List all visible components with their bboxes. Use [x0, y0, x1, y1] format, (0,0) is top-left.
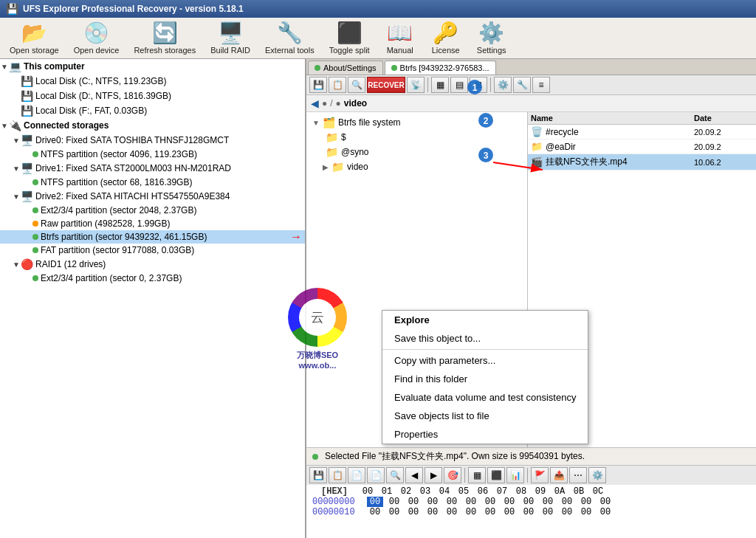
tree-item-local-c[interactable]: 💾 Local Disk (C:, NTFS, 119.23GB)	[0, 74, 305, 89]
hex-export[interactable]: 📤	[550, 467, 568, 483]
hex-byte-00000010-10[interactable]: 00	[559, 507, 575, 517]
hex-byte-00000010-2[interactable]: 00	[405, 507, 422, 517]
tree-item-drive0-ntfs[interactable]: NTFS partition (sector 4096, 119.23GB)	[0, 148, 305, 161]
more-btn[interactable]: ≡	[532, 77, 550, 93]
flist-row-eadir[interactable]: 📁 @eaDir 20.09.2	[528, 139, 756, 154]
toolbar-btn-build-raid[interactable]: 🖥️ Build RAID	[204, 21, 257, 58]
tree-item-raid1-ext[interactable]: Ext2/3/4 partition (sector 0, 2.37GB)	[0, 272, 305, 285]
hex-paste[interactable]: 📄	[348, 467, 365, 483]
tree-item-drive1[interactable]: ▼ 🖥️ Drive1: Fixed SATA ST2000LM003 HN-M…	[0, 161, 305, 176]
copy-btn[interactable]: 📋	[329, 77, 346, 93]
tree-item-local-f[interactable]: 💾 Local Disk (F:, FAT, 0.03GB)	[0, 103, 305, 118]
tree-item-drive2-ext[interactable]: Ext2/3/4 partition (sector 2048, 2.37GB)	[0, 204, 305, 217]
toolbar-btn-open-storage[interactable]: 📂 Open storage	[3, 21, 66, 58]
ctx-item-save-list[interactable]: Save objects list to file	[382, 407, 588, 425]
ctx-item-properties[interactable]: Properties	[382, 425, 588, 444]
tree-item-drive2[interactable]: ▼ 🖥️ Drive2: Fixed SATA HITACHI HTS54755…	[0, 189, 305, 204]
hex-byte-00000000-12[interactable]: 00	[597, 497, 614, 507]
ftree-item-dollar[interactable]: 📁 $	[306, 130, 527, 145]
hex-byte-00000000-7[interactable]: 00	[501, 497, 518, 507]
tree-item-drive1-ntfs[interactable]: NTFS partition (sector 68, 1816.39GB)	[0, 176, 305, 189]
hex-byte-00000010-11[interactable]: 00	[578, 507, 594, 517]
hex-byte-00000010-12[interactable]: 00	[597, 507, 614, 517]
save-btn[interactable]: 💾	[309, 77, 327, 93]
ftree-item-syno[interactable]: 📁 @syno	[306, 145, 527, 159]
hex-byte-00000000-6[interactable]: 00	[482, 497, 498, 507]
hex-byte-00000000-2[interactable]: 00	[405, 497, 422, 507]
hex-save[interactable]: 💾	[309, 467, 327, 483]
toolbar-btn-toggle-split[interactable]: ⬛ Toggle split	[323, 21, 377, 58]
tab-btrfs-tab[interactable]: Btrfs [9439232-976583...	[385, 61, 496, 75]
tree-item-raid1[interactable]: ▼ 🔴 RAID1 (12 drives)	[0, 257, 305, 272]
tree-item-this-computer[interactable]: ▼ 💻 This computer	[0, 59, 305, 74]
filter-btn[interactable]: ⚙️	[494, 77, 512, 93]
toolbar-btn-license[interactable]: 🔑 License	[424, 21, 468, 58]
ftree-expand-video[interactable]: ▶	[323, 163, 329, 171]
hex-flag[interactable]: 🚩	[531, 467, 549, 483]
hex-byte-00000000-4[interactable]: 00	[444, 497, 460, 507]
flist-row-recycle[interactable]: 🗑️ #recycle 20.09.2	[528, 125, 756, 139]
expand-raid1[interactable]: ▼	[12, 261, 21, 269]
tab-about-settings[interactable]: About/Settings	[308, 61, 383, 75]
tree-item-drive2-btrfs[interactable]: Btrfs partition (sector 9439232, 461.15G…	[0, 230, 305, 244]
hex-find[interactable]: 🔍	[386, 467, 404, 483]
hex-byte-00000010-8[interactable]: 00	[520, 507, 537, 517]
hex-view3[interactable]: 📊	[506, 467, 524, 483]
hex-byte-00000010-7[interactable]: 00	[501, 507, 518, 517]
tools-btn[interactable]: 🔧	[513, 77, 531, 93]
expand-this-computer[interactable]: ▼	[0, 63, 9, 71]
hex-byte-00000010-1[interactable]: 00	[386, 507, 402, 517]
hex-byte-00000000-0[interactable]: 00	[367, 497, 383, 507]
hex-settings[interactable]: ⚙️	[588, 467, 606, 483]
ctx-item-explore[interactable]: Explore	[382, 311, 588, 329]
toolbar-btn-external-tools[interactable]: 🔧 External tools	[258, 21, 321, 58]
hex-byte-00000010-6[interactable]: 00	[482, 507, 498, 517]
view2-btn[interactable]: ▤	[450, 77, 468, 93]
ctx-item-evaluate[interactable]: Evaluate data volume and test consistenc…	[382, 388, 588, 407]
hex-back[interactable]: ◀	[405, 467, 423, 483]
hex-byte-00000000-11[interactable]: 00	[578, 497, 594, 507]
hex-byte-00000000-8[interactable]: 00	[520, 497, 537, 507]
toolbar-btn-open-device[interactable]: 💿 Open device	[67, 21, 126, 58]
hex-byte-00000010-4[interactable]: 00	[444, 507, 460, 517]
ftree-item-video[interactable]: ▶ 📁 video	[306, 159, 527, 174]
hex-byte-00000000-1[interactable]: 00	[386, 497, 402, 507]
toolbar-btn-settings[interactable]: ⚙️ Settings	[470, 21, 514, 58]
hex-byte-00000010-3[interactable]: 00	[425, 507, 441, 517]
tree-item-drive2-raw[interactable]: Raw partition (4982528, 1.99GB)	[0, 217, 305, 230]
tree-item-drive2-fat[interactable]: FAT partition (sector 9177088, 0.03GB)	[0, 244, 305, 257]
hex-byte-00000000-5[interactable]: 00	[463, 497, 479, 507]
hex-byte-00000000-3[interactable]: 00	[425, 497, 441, 507]
hex-view2[interactable]: ⬛	[487, 467, 505, 483]
ftree-expand-btrfs-root[interactable]: ▼	[312, 119, 320, 127]
hex-byte-00000000-10[interactable]: 00	[559, 497, 575, 507]
hex-more[interactable]: ⋯	[569, 467, 587, 483]
hex-byte-00000010-5[interactable]: 00	[463, 507, 479, 517]
expand-drive0[interactable]: ▼	[12, 137, 21, 145]
flist-row-nfs-file[interactable]: 🎬 挂载NFS文件夹.mp4 10.06.2	[528, 154, 756, 170]
ftree-item-btrfs-root[interactable]: ▼ 🗂️ Btrfs file system	[306, 115, 527, 130]
scan-btn[interactable]: 📡	[407, 77, 425, 93]
tree-item-connected[interactable]: ▼ 🔌 Connected storages	[0, 118, 305, 133]
expand-drive1[interactable]: ▼	[12, 165, 21, 173]
ctx-item-copy-params[interactable]: Copy with parameters...	[382, 351, 588, 370]
hex-fwd[interactable]: ▶	[425, 467, 442, 483]
hex-goto[interactable]: 🎯	[444, 467, 461, 483]
toolbar-btn-manual[interactable]: 📖 Manual	[378, 21, 422, 58]
expand-drive2[interactable]: ▼	[12, 193, 21, 201]
hex-view1[interactable]: ▦	[468, 467, 486, 483]
hex-byte-00000000-9[interactable]: 00	[540, 497, 556, 507]
view3-btn[interactable]: ⊞	[470, 77, 487, 93]
hex-copy[interactable]: 📋	[329, 467, 346, 483]
tree-item-local-d[interactable]: 💾 Local Disk (D:, NTFS, 1816.39GB)	[0, 89, 305, 103]
hex-nav[interactable]: 📄	[367, 467, 385, 483]
tree-item-drive0[interactable]: ▼ 🖥️ Drive0: Fixed SATA TOSHIBA THNSFJ12…	[0, 133, 305, 148]
bc-back-icon[interactable]: ◀	[311, 97, 319, 109]
ctx-item-find-folder[interactable]: Find in this folder	[382, 370, 588, 388]
find-btn[interactable]: 🔍	[348, 77, 365, 93]
hex-byte-00000010-0[interactable]: 00	[367, 507, 383, 517]
expand-connected[interactable]: ▼	[0, 122, 9, 130]
ctx-item-save-object[interactable]: Save this object to...	[382, 329, 588, 348]
recover-btn[interactable]: RECOVER	[367, 77, 405, 93]
toolbar-btn-refresh[interactable]: 🔄 Refresh storages	[127, 21, 202, 58]
